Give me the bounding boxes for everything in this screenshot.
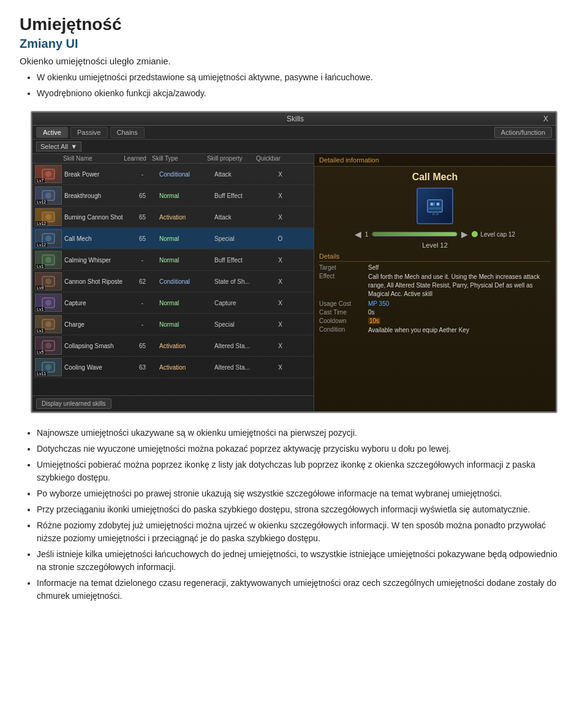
cast-time-value: 0s — [368, 309, 551, 316]
skill-name: Charge — [64, 321, 126, 328]
skill-row[interactable]: Lv7 Break Power - Conditional Attack X — [32, 164, 314, 185]
effect-value: Call forth the Mech and use it. Using th… — [368, 273, 551, 298]
skill-name: Breakthrough — [64, 192, 126, 199]
skill-row[interactable]: Lv12 Call Mech 65 Normal Special O — [32, 228, 314, 249]
skill-row[interactable]: Lv1 Calming Whisper - Normal Buff Effect… — [32, 249, 314, 271]
skill-icon: Lv1 — [35, 251, 62, 269]
svg-point-17 — [45, 343, 51, 349]
skill-icon: Lv5 — [35, 336, 62, 355]
svg-point-25 — [437, 203, 439, 205]
skill-property: Buff Effect — [214, 257, 263, 264]
skill-row[interactable]: Lv12 Burning Cannon Shot 65 Activation A… — [32, 207, 314, 228]
detail-cast-row: Cast Time 0s — [319, 309, 551, 316]
skill-type: Normal — [159, 321, 214, 328]
bullet-item: Najnowsze umiejętności ukazywane są w ok… — [37, 427, 568, 439]
skills-screenshot: Skills X Active Passive Chains Action/fu… — [31, 111, 557, 413]
detail-skill-icon-area — [319, 188, 551, 224]
level-cap-dot — [472, 231, 478, 237]
skill-row[interactable]: Lv12 Breakthrough 65 Normal Buff Effect … — [32, 185, 314, 207]
skill-learned: 65 — [126, 235, 159, 242]
tab-passive[interactable]: Passive — [70, 127, 108, 138]
bullet-item: W okienku umiejętności przedstawione są … — [37, 71, 568, 84]
level-prev-button[interactable]: ◀ — [355, 229, 361, 239]
intro-line: Okienko umiejętności uległo zmianie. — [20, 56, 568, 66]
skill-quickbar: X — [263, 171, 297, 178]
skill-learned: 65 — [126, 343, 159, 349]
action-function-button[interactable]: Action/function — [494, 127, 552, 138]
skill-learned: - — [126, 300, 159, 306]
skill-name: Call Mech — [64, 235, 126, 242]
skill-row[interactable]: Lv1 Charge - Normal Special X — [32, 314, 314, 335]
svg-point-13 — [45, 300, 51, 306]
skill-property: State of Sh... — [214, 278, 263, 285]
skill-level-badge: Lv1 — [36, 329, 45, 333]
effect-label: Effect — [319, 273, 368, 298]
skill-level-badge: Lv12 — [36, 243, 47, 247]
detail-panel: Detailed information Call Mech — [314, 154, 556, 411]
tab-chains[interactable]: Chains — [110, 127, 145, 138]
skill-name: Break Power — [64, 171, 126, 178]
col-header-skill-name: Skill Name — [32, 155, 118, 162]
skill-type: Normal — [159, 235, 214, 242]
col-header-quickbar: Quickbar — [256, 155, 290, 162]
target-label: Target — [319, 264, 368, 271]
skill-icon: Lv12 — [35, 208, 62, 226]
skill-learned: 65 — [126, 214, 159, 221]
bullets-after: Najnowsze umiejętności ukazywane są w ok… — [37, 427, 568, 603]
svg-point-5 — [45, 214, 51, 220]
bullet-item: Przy przeciąganiu ikonki umiejętności do… — [37, 503, 568, 516]
skill-type: Activation — [159, 214, 214, 221]
detail-level-area: ◀ 1 ▶ Level cap 12 — [319, 229, 551, 239]
skill-property: Attack — [214, 171, 263, 178]
detail-skill-icon — [417, 188, 453, 224]
skill-type: Activation — [159, 343, 214, 349]
skills-tabs: Active Passive Chains Action/function — [32, 126, 556, 140]
tab-active[interactable]: Active — [36, 127, 68, 138]
detail-target-row: Target Self — [319, 264, 551, 271]
level-next-button[interactable]: ▶ — [461, 229, 468, 239]
svg-point-1 — [45, 171, 51, 177]
skill-row[interactable]: Lv11 Cooling Wave 63 Activation Altered … — [32, 357, 314, 378]
skill-list-header: Skill Name Learned Skill Type Skill prop… — [32, 154, 314, 164]
skill-name: Burning Cannon Shot — [64, 214, 126, 221]
skill-name: Calming Whisper — [64, 257, 126, 264]
svg-point-3 — [45, 192, 51, 199]
skill-row[interactable]: Lv5 Collapsing Smash 65 Activation Alter… — [32, 335, 314, 357]
section-subtitle: Zmiany UI — [20, 37, 568, 51]
skill-name: Collapsing Smash — [64, 343, 126, 349]
skill-level-badge: Lv9 — [36, 286, 45, 290]
svg-point-19 — [45, 364, 51, 370]
skill-level-badge: Lv12 — [36, 221, 47, 226]
skill-property: Special — [214, 235, 263, 242]
skill-icon: Lv1 — [35, 294, 62, 312]
select-all-dropdown[interactable]: Select All ▼ — [36, 142, 81, 151]
skill-level-badge: Lv1 — [36, 307, 45, 311]
cooldown-label: Cooldown — [319, 317, 368, 324]
skill-list-panel: Skill Name Learned Skill Type Skill prop… — [32, 154, 314, 411]
bullet-item: Wyodrębniono okienko funkcji akcja/zawod… — [37, 87, 568, 100]
skill-row[interactable]: Lv9 Cannon Shot Riposte 62 Conditional S… — [32, 271, 314, 292]
skill-icon: Lv9 — [35, 272, 62, 291]
svg-rect-23 — [429, 207, 441, 210]
svg-rect-20 — [428, 200, 442, 212]
svg-point-15 — [45, 321, 51, 327]
skill-list-rows: Lv7 Break Power - Conditional Attack X L… — [32, 164, 314, 395]
detail-cooldown-row: Cooldown 10s — [319, 317, 551, 324]
select-all-area: Select All ▼ — [32, 140, 556, 154]
mech-icon — [423, 194, 447, 218]
skills-window-title: Skills — [50, 115, 541, 123]
col-header-skill-type: Skill Type — [152, 155, 207, 162]
close-button[interactable]: X — [541, 115, 551, 123]
condition-value: Available when you equip Aether Key — [368, 326, 551, 335]
skill-name: Capture — [64, 300, 126, 306]
skill-quickbar: X — [263, 192, 297, 199]
display-unlearned-button[interactable]: Display unlearned skills — [36, 398, 111, 409]
skill-row[interactable]: Lv1 Capture - Normal Capture X — [32, 292, 314, 314]
svg-point-9 — [45, 257, 51, 263]
detail-body: Call Mech — [314, 167, 556, 411]
cast-time-label: Cast Time — [319, 309, 368, 316]
skills-window: Skills X Active Passive Chains Action/fu… — [32, 112, 556, 412]
skill-icon: Lv11 — [35, 358, 62, 376]
detail-effect-row: Effect Call forth the Mech and use it. U… — [319, 273, 551, 298]
skill-icon: Lv12 — [35, 229, 62, 248]
